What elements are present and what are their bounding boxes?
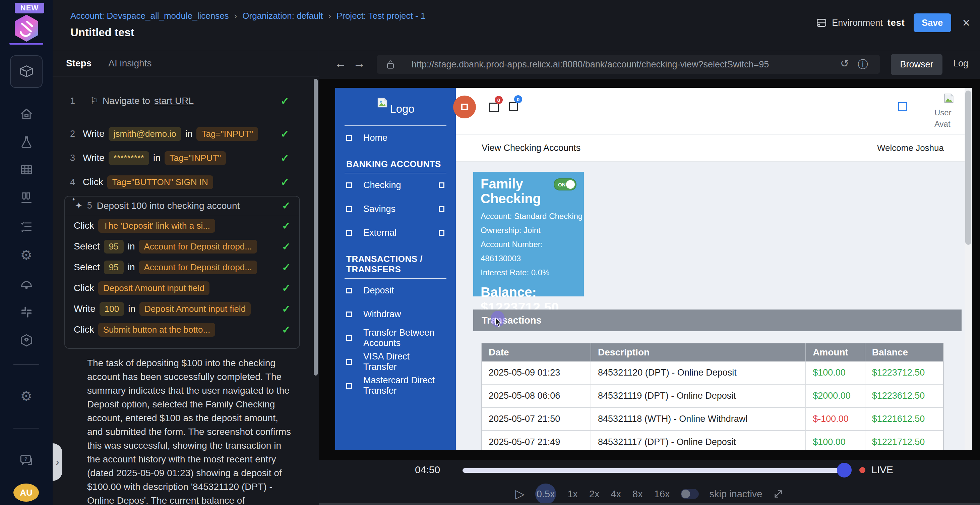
bank-logo[interactable]: Logo <box>335 94 456 119</box>
forward-icon[interactable]: → <box>353 56 365 70</box>
sidebar-item-explore[interactable] <box>0 275 52 292</box>
back-icon[interactable]: ← <box>334 56 347 70</box>
sub-step-row[interactable]: ClickThe 'Deposit' link with a si...✓ <box>65 215 299 236</box>
account-on-toggle[interactable]: ON <box>554 178 576 190</box>
scrollbar-thumb[interactable] <box>965 91 971 245</box>
bank-nav-item-withdraw[interactable]: Withdraw <box>335 303 456 326</box>
value-chip[interactable]: 95 <box>104 240 124 253</box>
sub-step-row[interactable]: ClickDeposit Amount input field✓ <box>65 278 299 298</box>
sidebar-item-modules-active[interactable] <box>10 55 43 88</box>
speed-option-8x[interactable]: 8x <box>632 489 643 500</box>
breadcrumb-project[interactable]: Project: Test project - 1 <box>337 11 425 21</box>
scrubber-track[interactable] <box>463 468 842 473</box>
table-row[interactable]: 2025-05-07 21:50845321118 (WTH) - Online… <box>482 408 943 431</box>
table-row[interactable]: 2025-05-08 06:06845321119 (DPT) - Online… <box>482 385 943 408</box>
table-row[interactable]: 2025-05-07 21:49845321117 (DPT) - Online… <box>482 431 943 450</box>
selector-chip[interactable]: Account for Deposit dropd... <box>139 261 257 274</box>
environment-selector[interactable]: Environment test <box>816 17 905 29</box>
bank-page-scrollbar[interactable] <box>964 88 972 450</box>
scrubber-thumb[interactable] <box>837 463 852 478</box>
sidebar-item-help[interactable]: ? <box>0 451 52 469</box>
bank-nav-item-visa-direct-transfer[interactable]: VISA Direct Transfer <box>335 350 456 374</box>
step-group-header[interactable]: ✦✦5Deposit 100 into checking account✓ <box>65 196 299 215</box>
speed-option-2x[interactable]: 2x <box>589 489 600 500</box>
speed-option-0.5x[interactable]: 0.5x <box>535 484 556 504</box>
play-icon[interactable]: ▷ <box>515 487 525 501</box>
sub-step-row[interactable]: Select95inAccount for Deposit dropd...✓ <box>65 236 299 257</box>
step-row[interactable]: 1⚐Navigate to start URL✓ <box>52 93 319 109</box>
record-stop-button[interactable] <box>453 96 476 118</box>
log-view-button[interactable]: Log <box>953 58 968 69</box>
bank-nav-item-savings[interactable]: Savings <box>335 197 456 221</box>
settings-icon-placeholder[interactable] <box>898 102 907 111</box>
table-row[interactable]: 2025-05-09 01:23845321120 (DPT) - Online… <box>482 362 943 385</box>
speed-option-16x[interactable]: 16x <box>654 489 670 500</box>
fullscreen-icon[interactable] <box>773 489 784 499</box>
selector-chip[interactable]: Deposit Amount input field <box>98 281 210 295</box>
tab-ai-insights[interactable]: AI insights <box>108 58 151 69</box>
bank-nav-item-checking[interactable]: Checking <box>335 174 456 197</box>
bank-nav-item-transfer-between-accounts[interactable]: Transfer Between Accounts <box>335 326 456 350</box>
close-icon[interactable]: × <box>960 16 973 29</box>
sub-step-row[interactable]: Select95inAccount for Deposit dropd...✓ <box>65 257 299 278</box>
value-chip[interactable]: jsmith@demo.io <box>108 127 181 141</box>
sidebar-item-suites[interactable] <box>0 161 52 178</box>
selector-chip[interactable]: Deposit Amount input field <box>139 302 251 316</box>
speed-option-1x[interactable]: 1x <box>568 489 578 500</box>
bank-nav-item-mastercard-direct-transfer[interactable]: Mastercard Direct Transfer <box>335 374 456 397</box>
steps-scrollbar[interactable] <box>314 79 318 376</box>
value-chip[interactable]: 100 <box>100 302 124 316</box>
speed-option-4x[interactable]: 4x <box>611 489 621 500</box>
skip-inactive-toggle[interactable] <box>681 489 699 499</box>
save-button[interactable]: Save <box>914 13 951 32</box>
step-row[interactable]: 3Write*********inTag="INPUT"✓ <box>52 150 319 166</box>
sidebar-item-results-list[interactable] <box>0 218 52 236</box>
bank-nav-item-deposit[interactable]: Deposit <box>335 279 456 302</box>
selector-chip[interactable]: Account for Deposit dropd... <box>139 240 257 253</box>
user-avatar[interactable]: AU <box>13 484 39 502</box>
toggle-knob <box>566 180 575 189</box>
start-url-link[interactable]: start URL <box>154 96 194 106</box>
value-chip[interactable]: 95 <box>104 261 124 274</box>
family-checking-card[interactable]: Family Checking ON Account: Standard Che… <box>473 172 584 296</box>
url-text[interactable]: http://stage.dbank.prod-apps.relicx.ai:8… <box>412 59 769 70</box>
url-bar[interactable]: http://stage.dbank.prod-apps.relicx.ai:8… <box>377 55 880 74</box>
info-icon[interactable]: ⓘ <box>858 57 868 72</box>
selector-chip[interactable]: Tag="INPUT" <box>196 127 258 141</box>
step-row[interactable]: 2Writejsmith@demo.ioinTag="INPUT"✓ <box>52 126 319 142</box>
step-row[interactable]: 4ClickTag="BUTTON" SIGN IN✓ <box>52 174 319 190</box>
browser-pane: ← → http://stage.dbank.prod-apps.relicx.… <box>319 50 980 505</box>
transactions-header-bar[interactable]: Transactions <box>473 309 962 331</box>
breadcrumb-account[interactable]: Account: Devspace_all_module_licenses <box>70 11 229 21</box>
sidebar-item-tests[interactable] <box>0 134 52 151</box>
selector-chip[interactable]: Tag="INPUT" <box>165 151 226 165</box>
refresh-icon[interactable]: ↺ <box>840 57 849 72</box>
sub-step-row[interactable]: Write100inDeposit Amount input field✓ <box>65 298 299 319</box>
sidebar-item-home[interactable] <box>0 105 52 123</box>
notification-icon-placeholder[interactable] <box>489 103 499 112</box>
bank-nav-item-home[interactable]: Home <box>335 126 456 150</box>
cell-amount: $2000.00 <box>806 385 865 407</box>
toggle-knob <box>681 489 690 498</box>
message-icon-placeholder[interactable] <box>509 102 518 112</box>
bank-nav-label: External <box>363 228 396 238</box>
app-logo-icon[interactable] <box>11 13 42 44</box>
sidebar-item-admin-settings[interactable]: ⚙ <box>0 387 52 405</box>
sidebar-item-test-runs[interactable] <box>0 189 52 207</box>
panel-collapse-handle[interactable]: › <box>52 443 62 481</box>
sidebar-item-settings[interactable]: ⚙ <box>0 246 52 264</box>
selector-chip[interactable]: Submit button at the botto... <box>98 323 215 337</box>
bank-nav-item-external[interactable]: External <box>335 221 456 244</box>
sidebar-item-cicd[interactable] <box>0 331 52 349</box>
bank-user-avatar[interactable]: User Avat <box>934 92 964 130</box>
browser-view-button[interactable]: Browser <box>891 54 942 75</box>
sidebar-item-integrations[interactable] <box>0 303 52 320</box>
selector-chip[interactable]: Tag="BUTTON" SIGN IN <box>107 175 213 189</box>
value-chip[interactable]: ********* <box>108 151 149 165</box>
sub-step-row[interactable]: ClickSubmit button at the botto...✓ <box>65 319 299 340</box>
rail-divider <box>13 364 39 365</box>
selector-chip[interactable]: The 'Deposit' link with a si... <box>98 219 215 233</box>
step-word: Click <box>83 177 103 188</box>
breadcrumb-organization[interactable]: Organization: default <box>242 11 323 21</box>
tab-steps[interactable]: Steps <box>66 58 92 69</box>
